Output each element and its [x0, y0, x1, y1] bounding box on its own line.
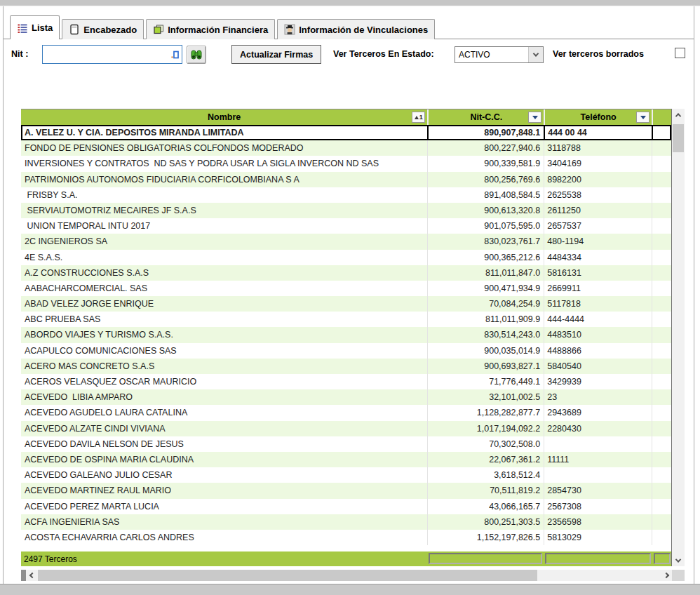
cell-nombre[interactable]: 4E S.A.S. [21, 250, 427, 265]
horizontal-scroll-thumb[interactable] [38, 570, 537, 581]
table-row[interactable]: 4E S.A.S. 900,365,212.6 4484334 [21, 250, 671, 265]
cell-nombre[interactable]: UNION TEMPORAL INTU 2017 [21, 218, 427, 234]
cell-nit[interactable]: 900,339,581.9 [427, 156, 544, 171]
nit-filter-button[interactable] [528, 112, 541, 123]
splitter-handle[interactable] [21, 570, 26, 581]
cell-nit[interactable]: 891,408,584.5 [427, 187, 544, 203]
tab-encabezado[interactable]: Encabezado [62, 19, 144, 39]
cell-nit[interactable]: 71,776,449.1 [427, 374, 544, 389]
table-row[interactable]: ACFA INGENIERIA SAS 800,251,303.5 235659… [21, 514, 671, 530]
scroll-down-button[interactable] [672, 554, 685, 566]
cell-nit[interactable]: 900,613,320.8 [427, 203, 544, 218]
table-row[interactable]: A. VELEZ U. Y CIA. DEPOSITOS MIRANDA LIM… [21, 125, 671, 140]
table-row[interactable]: UNION TEMPORAL INTU 2017 901,075,595.0 2… [21, 218, 671, 234]
cell-telefono[interactable]: 4484334 [544, 250, 652, 265]
table-row[interactable]: ACEROS VELASQUEZ OSCAR MAURICIO 71,776,4… [21, 374, 671, 389]
cell-nit[interactable]: 3,618,512.4 [427, 467, 544, 483]
nit-input[interactable] [42, 45, 182, 64]
telefono-filter-button[interactable] [636, 112, 649, 123]
cell-nombre[interactable]: ACEVEDO LIBIA AMPARO [21, 389, 427, 405]
cell-nombre[interactable]: ABC PRUEBA SAS [21, 312, 427, 327]
cell-nombre[interactable]: ACERO MAS CONCRETO S.A.S [21, 359, 427, 374]
cell-nombre[interactable]: ACEVEDO MARTINEZ RAUL MARIO [21, 483, 427, 498]
cell-telefono[interactable]: 2611250 [544, 203, 652, 218]
cell-nombre[interactable]: PATRIMONIOS AUTONOMOS FIDUCIARIA CORFICO… [21, 172, 427, 187]
table-row[interactable]: ACEVEDO LIBIA AMPARO 32,101,002.5 23 [21, 389, 671, 405]
cell-nombre[interactable]: ACEVEDO DE OSPINA MARIA CLAUDINA [21, 452, 427, 467]
cell-nombre[interactable]: SERVIAUTOMOTRIZ MECAIRES JF S.A.S [21, 203, 427, 218]
horizontal-scrollbar[interactable] [21, 570, 672, 581]
cell-nombre[interactable]: 2C INGENIEROS SA [21, 234, 427, 249]
cell-nit[interactable]: 901,075,595.0 [427, 218, 544, 234]
borrados-checkbox[interactable] [675, 48, 685, 58]
cell-telefono[interactable]: 2356598 [544, 514, 652, 530]
chevron-down-icon[interactable] [528, 47, 543, 62]
cell-telefono[interactable] [544, 467, 652, 483]
cell-telefono[interactable]: 8982200 [544, 172, 652, 187]
cell-telefono[interactable]: 4488866 [544, 343, 652, 359]
cell-nit[interactable]: 32,101,002.5 [427, 389, 544, 405]
cell-telefono[interactable]: 3118788 [544, 140, 652, 156]
cell-telefono[interactable]: 4483510 [544, 327, 652, 342]
tab-informacion-vinculaciones[interactable]: Información de Vinculaciones [277, 19, 435, 39]
cell-nit[interactable]: 70,084,254.9 [427, 296, 544, 312]
scroll-up-button[interactable] [672, 109, 685, 121]
column-header-nombre[interactable]: Nombre 1 [21, 109, 427, 125]
cell-telefono[interactable]: 11111 [544, 452, 652, 467]
tab-lista[interactable]: Lista [10, 15, 60, 39]
cell-telefono[interactable]: 2943689 [544, 405, 652, 420]
cell-telefono[interactable]: 444 00 44 [544, 125, 652, 140]
vertical-scroll-thumb[interactable] [673, 124, 684, 152]
scroll-left-button[interactable] [26, 570, 38, 581]
cell-nombre[interactable]: ACEVEDO DAVILA NELSON DE JESUS [21, 436, 427, 452]
cell-telefono[interactable]: 444-4444 [544, 312, 652, 327]
cell-nit[interactable]: 1,152,197,826.5 [427, 530, 544, 545]
table-row[interactable]: ACEVEDO AGUDELO LAURA CATALINA 1,128,282… [21, 405, 671, 420]
cell-nit[interactable]: 900,693,827.1 [427, 359, 544, 374]
cell-nit[interactable]: 800,256,769.6 [427, 172, 544, 187]
cell-nit[interactable]: 1,017,194,092.2 [427, 421, 544, 436]
vertical-scrollbar[interactable] [672, 109, 685, 566]
cell-telefono[interactable]: 5840540 [544, 359, 652, 374]
cell-nit[interactable]: 890,907,848.1 [427, 125, 544, 140]
cell-telefono[interactable]: 3404169 [544, 156, 652, 171]
table-row[interactable]: ACOSTA ECHAVARRIA CARLOS ANDRES 1,152,19… [21, 530, 671, 545]
search-button[interactable] [187, 46, 206, 64]
cell-nombre[interactable]: ACEVEDO ALZATE CINDI VIVIANA [21, 421, 427, 436]
table-row[interactable]: A.Z CONSTRUCCIONES S.A.S 811,011,847.0 5… [21, 265, 671, 281]
table-row[interactable]: FRISBY S.A. 891,408,584.5 2625538 [21, 187, 671, 203]
cell-nit[interactable]: 800,227,940.6 [427, 140, 544, 156]
cell-nit[interactable]: 70,511,819.2 [427, 483, 544, 498]
cell-telefono[interactable] [544, 436, 652, 452]
table-row[interactable]: ABAD VELEZ JORGE ENRIQUE 70,084,254.9 51… [21, 296, 671, 312]
cell-nombre[interactable]: A.Z CONSTRUCCIONES S.A.S [21, 265, 427, 281]
table-row[interactable]: FONDO DE PENSIONES OBLIGATORIAS COLFONDO… [21, 140, 671, 156]
cell-telefono[interactable]: 2854730 [544, 483, 652, 498]
cell-nombre[interactable]: INVERSIONES Y CONTRATOS ND SAS Y PODRA U… [21, 156, 427, 171]
tab-informacion-financiera[interactable]: Información Financiera [146, 19, 275, 39]
table-row[interactable]: ABC PRUEBA SAS 811,011,909.9 444-4444 [21, 312, 671, 327]
sort-indicator[interactable]: 1 [412, 112, 425, 123]
table-row[interactable]: ACEVEDO DAVILA NELSON DE JESUS 70,302,50… [21, 436, 671, 452]
cell-nombre[interactable]: ACEVEDO PEREZ MARTA LUCIA [21, 499, 427, 514]
table-row[interactable]: PATRIMONIOS AUTONOMOS FIDUCIARIA CORFICO… [21, 172, 671, 187]
cell-telefono[interactable]: 2669911 [544, 281, 652, 296]
cell-nit[interactable]: 900,471,934.9 [427, 281, 544, 296]
cell-nombre[interactable]: ACEROS VELASQUEZ OSCAR MAURICIO [21, 374, 427, 389]
table-row[interactable]: ACEVEDO DE OSPINA MARIA CLAUDINA 22,067,… [21, 452, 671, 467]
cell-nit[interactable]: 830,514,243.0 [427, 327, 544, 342]
cell-nombre[interactable]: FRISBY S.A. [21, 187, 427, 203]
cell-nombre[interactable]: ACEVEDO GALEANO JULIO CESAR [21, 467, 427, 483]
table-row[interactable]: ACEVEDO GALEANO JULIO CESAR 3,618,512.4 [21, 467, 671, 483]
cell-nit[interactable]: 811,011,847.0 [427, 265, 544, 281]
table-row[interactable]: ACEVEDO PEREZ MARTA LUCIA 43,066,165.7 2… [21, 499, 671, 514]
cell-telefono[interactable]: 3429939 [544, 374, 652, 389]
cell-telefono[interactable]: 2567308 [544, 499, 652, 514]
cell-nit[interactable]: 22,067,361.2 [427, 452, 544, 467]
cell-nombre[interactable]: ABAD VELEZ JORGE ENRIQUE [21, 296, 427, 312]
cell-nit[interactable]: 70,302,508.0 [427, 436, 544, 452]
table-row[interactable]: AABACHARCOMERCIAL. SAS 900,471,934.9 266… [21, 281, 671, 296]
cell-nit[interactable]: 830,023,761.7 [427, 234, 544, 249]
cell-nit[interactable]: 1,128,282,877.7 [427, 405, 544, 420]
table-row[interactable]: INVERSIONES Y CONTRATOS ND SAS Y PODRA U… [21, 156, 671, 171]
